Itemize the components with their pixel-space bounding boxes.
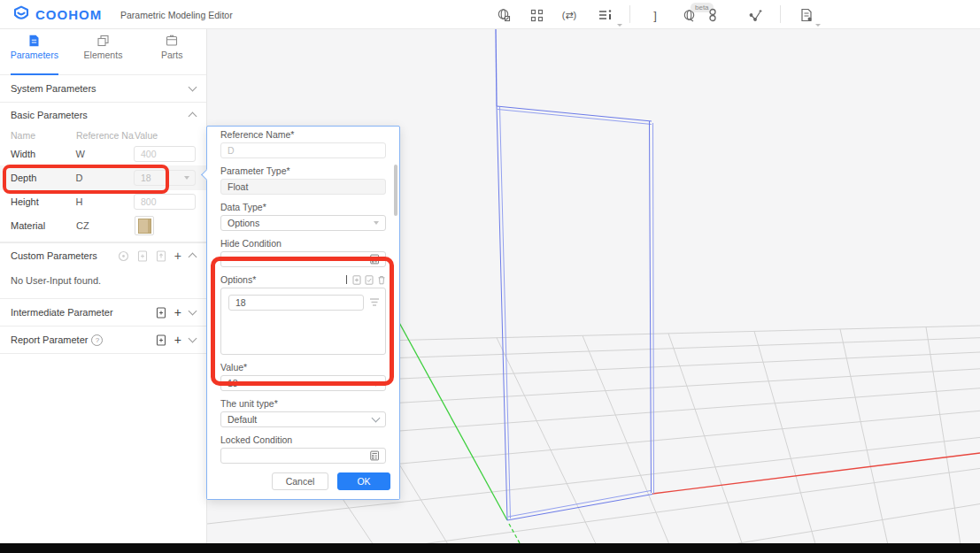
param-ref: H [75,196,134,207]
table-header-row: Name Reference Na... Value [0,127,206,142]
section-title: Basic Parameters [11,110,88,120]
divider [346,275,348,284]
options-import-icon[interactable] [365,275,374,285]
field-label: Data Type* [220,202,386,212]
empty-state-text: No User-Input found. [0,268,206,299]
field-unit-type: The unit type* Default [220,398,386,427]
tab-label: Parts [161,50,183,60]
chevron-up-icon [189,253,197,262]
tab-parts[interactable]: Parts [137,35,206,74]
section-intermediate-parameter[interactable]: Intermediate Parameter + [0,299,206,326]
parameter-type-field: Float [220,179,386,195]
bracket-icon[interactable]: ] [647,7,663,23]
section-report-parameter[interactable]: Report Parameter ? + [0,326,206,354]
value-current: 18 [228,378,238,388]
options-delete-icon[interactable] [377,275,386,285]
ok-button[interactable]: OK [337,472,390,490]
doc-export-icon[interactable] [156,250,166,262]
options-add-icon[interactable] [352,275,361,285]
sort-filter-icon[interactable] [369,297,380,307]
help-icon[interactable]: ? [91,334,103,346]
material-swatch-button[interactable] [135,216,154,235]
doc-add-icon[interactable] [137,250,148,262]
swap-icon[interactable]: (⇄) [561,7,577,23]
axes [372,273,980,543]
field-hide-condition: Hide Condition [220,238,386,267]
sidebar-tabs: Parameters Elements Parts [0,29,206,75]
locked-condition-input[interactable] [228,450,370,461]
column-value: Value [135,130,196,141]
height-value-input[interactable]: 800 [134,194,196,210]
unit-type-select[interactable]: Default [220,411,386,427]
field-value: Value* 18 [220,362,386,391]
toolbar-divider [780,5,781,23]
coohom-logo-icon [12,5,30,23]
reference-name-input[interactable] [228,145,379,156]
edit-parameter-dialog: Reference Name* Parameter Type* Float Da… [206,126,400,500]
material-swatch [138,219,151,234]
formula-editor-icon[interactable] [370,254,379,265]
formula-editor-icon[interactable] [370,450,379,461]
left-sidebar: Parameters Elements Parts System Paramet… [0,29,207,543]
top-bar: COOHOM Parametric Modeling Editor (⇄) ] [0,0,980,29]
field-label: Parameter Type* [220,165,386,176]
list-detail-icon[interactable] [598,7,613,23]
parts-tab-icon [166,35,178,47]
material-sphere-edit-icon[interactable] [496,7,512,23]
field-label: Reference Name* [220,129,386,140]
section-system-parameters[interactable]: System Parameters [0,75,206,103]
dropdown-caret[interactable] [815,24,821,27]
data-type-select[interactable]: Options [220,215,386,231]
y-axis-green-dashed [509,524,524,543]
table-row-width: Width W 400 [0,142,206,165]
chevron-down-icon [189,83,197,92]
field-locked-condition: Locked Condition [220,434,386,464]
cancel-button[interactable]: Cancel [272,472,328,490]
options-list [220,288,386,355]
depth-value: 18 [141,173,151,183]
field-parameter-type: Parameter Type* Float [220,165,386,195]
parametric-modeling-editor: COOHOM Parametric Modeling Editor (⇄) ] [0,0,980,553]
width-value-input[interactable]: 400 [134,146,196,162]
logo-text: COOHOM [35,7,102,22]
add-parameter-icon[interactable]: + [174,307,181,318]
coohom-logo[interactable]: COOHOM [12,5,102,23]
export-document-icon[interactable] [799,7,814,23]
doc-add-icon[interactable] [156,334,166,346]
node-branch-icon[interactable] [748,7,764,23]
chevron-down-icon [189,307,197,316]
chevron-up-icon [189,112,197,121]
param-ref: CZ [76,220,135,231]
bottom-black-bar [0,543,980,553]
param-name: Depth [11,173,75,183]
add-parameter-icon[interactable]: + [174,334,181,345]
pattern-icon[interactable] [529,7,544,23]
hide-condition-input[interactable] [228,254,370,265]
depth-value-select[interactable]: 18 [134,170,196,186]
select-caret-icon [374,221,379,225]
modal-scrollbar[interactable] [394,165,397,216]
tab-elements[interactable]: Elements [69,35,138,74]
target-icon[interactable] [118,250,129,262]
table-row-depth: Depth D 18 [0,165,206,190]
section-title: System Parameters [11,83,96,94]
wireframe-panel[interactable] [496,29,654,520]
chevron-down-icon [372,378,381,387]
dialog-footer: Cancel OK [207,468,399,499]
chevron-down-icon [189,334,197,343]
dropdown-caret[interactable] [617,24,622,27]
doc-add-icon[interactable] [156,307,166,319]
section-custom-parameters[interactable]: Custom Parameters + [0,242,206,268]
value-select[interactable]: 18 [220,375,386,391]
parameters-tab-icon [28,35,40,47]
field-label: Options* [220,274,256,285]
tab-parameters[interactable]: Parameters [0,35,69,74]
tab-label: Parameters [11,50,58,60]
option-item-input[interactable] [235,297,357,308]
add-parameter-icon[interactable]: + [174,250,181,261]
joint-link-icon[interactable] [705,7,721,23]
param-ref: W [75,149,134,159]
param-name: Material [11,220,76,231]
section-basic-parameters[interactable]: Basic Parameters [0,103,206,127]
param-name: Height [11,196,75,207]
